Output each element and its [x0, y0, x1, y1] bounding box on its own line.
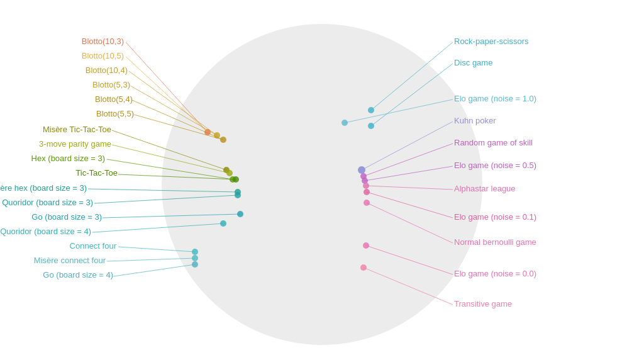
label-rps: Rock-paper-scissors [454, 37, 529, 46]
label-misere-ttt: Misère Tic-Tac-Toe [43, 125, 111, 134]
label-blotto-5-4: Blotto(5,4) [95, 94, 133, 104]
label-quoridor3: Quoridor (board size = 3) [2, 198, 93, 207]
svg-point-26 [192, 249, 198, 255]
svg-point-22 [237, 211, 243, 217]
svg-point-34 [368, 123, 374, 129]
label-disc: Disc game [454, 58, 492, 67]
svg-line-29 [113, 264, 195, 276]
main-chart: Blotto(10,3) Blotto(10,5) Blotto(10,4) B… [0, 0, 644, 362]
label-3move: 3-move parity game [39, 139, 111, 149]
label-elo-1: Elo game (noise = 1.0) [454, 94, 536, 103]
label-alphastar: Alphastar league [454, 184, 516, 193]
chart-container: Blotto(10,3) Blotto(10,5) Blotto(10,4) B… [0, 0, 644, 362]
label-misere-connect4: Misère connect four [34, 256, 106, 265]
label-transitive: Transitive game [454, 299, 512, 308]
label-random-skill: Random game of skill [454, 138, 533, 147]
label-elo-0.5: Elo game (noise = 0.5) [454, 161, 536, 170]
label-blotto-10-5: Blotto(10,5) [82, 51, 124, 60]
svg-point-30 [192, 261, 198, 268]
svg-point-20 [235, 192, 241, 198]
label-quoridor4: Quoridor (board size = 4) [0, 227, 91, 236]
svg-point-32 [368, 107, 374, 113]
label-connect4: Connect four [70, 241, 117, 251]
svg-point-24 [220, 220, 226, 227]
svg-point-12 [226, 170, 233, 176]
label-blotto-10-3: Blotto(10,3) [82, 37, 124, 46]
label-hex3: Hex (board size = 3) [31, 154, 105, 163]
label-blotto-5-5: Blotto(5,5) [96, 109, 134, 118]
svg-point-28 [192, 255, 198, 261]
label-normal-bernoulli: Normal bernoulli game [454, 237, 536, 247]
label-misere-hex3: Misère hex (board size = 3) [0, 183, 87, 193]
label-go3: Go (board size = 3) [31, 212, 102, 222]
label-elo-0.0: Elo game (noise = 0.0) [454, 269, 536, 278]
label-elo-0.1: Elo game (noise = 0.1) [454, 212, 536, 222]
label-kuhn: Kuhn poker [454, 116, 496, 125]
label-go4: Go (board size = 4) [43, 270, 113, 280]
label-ttt: Tic-Tac-Toe [75, 168, 118, 178]
label-blotto-10-4: Blotto(10,4) [86, 65, 128, 75]
svg-point-16 [233, 176, 239, 183]
label-blotto-5-3: Blotto(5,3) [92, 80, 130, 89]
